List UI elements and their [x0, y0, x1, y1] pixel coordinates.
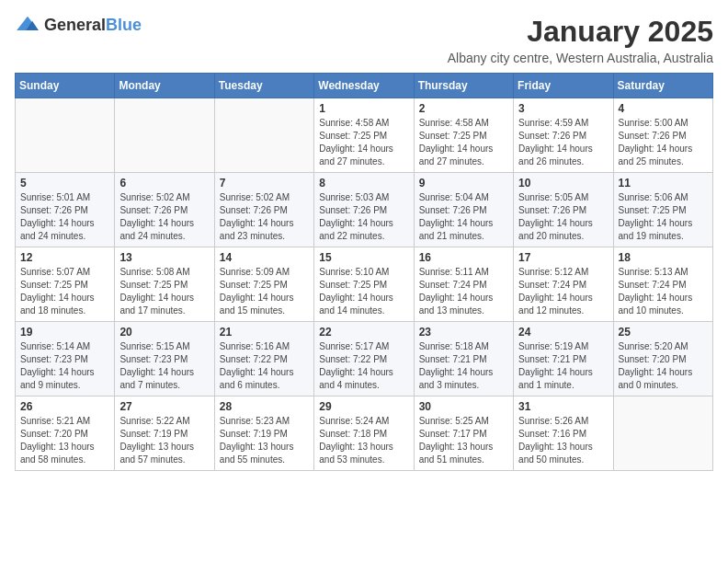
- day-number: 22: [319, 326, 408, 339]
- day-number: 13: [119, 251, 209, 264]
- day-number: 26: [20, 400, 109, 413]
- day-info: Sunrise: 5:22 AMSunset: 7:19 PMDaylight:…: [119, 415, 209, 466]
- day-info: Sunrise: 5:15 AMSunset: 7:23 PMDaylight:…: [119, 340, 209, 392]
- weekday-header-sunday: Sunday: [16, 74, 115, 98]
- calendar-cell: 20Sunrise: 5:15 AMSunset: 7:23 PMDayligh…: [115, 322, 214, 396]
- day-info: Sunrise: 5:08 AMSunset: 7:25 PMDaylight:…: [119, 266, 209, 317]
- calendar-cell: 18Sunrise: 5:13 AMSunset: 7:24 PMDayligh…: [613, 247, 712, 322]
- logo-icon: [15, 15, 40, 35]
- day-number: 24: [518, 326, 608, 339]
- weekday-header-monday: Monday: [115, 74, 214, 98]
- day-info: Sunrise: 5:05 AMSunset: 7:26 PMDaylight:…: [518, 191, 608, 243]
- day-info: Sunrise: 5:12 AMSunset: 7:24 PMDaylight:…: [518, 266, 608, 317]
- day-info: Sunrise: 5:18 AMSunset: 7:21 PMDaylight:…: [419, 340, 508, 392]
- calendar-cell: [613, 396, 712, 471]
- day-info: Sunrise: 5:07 AMSunset: 7:25 PMDaylight:…: [20, 266, 109, 317]
- day-number: 14: [220, 251, 309, 264]
- day-number: 4: [619, 102, 708, 115]
- calendar-cell: [16, 98, 115, 173]
- page-header: GeneralBlue January 2025 Albany city cen…: [15, 15, 713, 65]
- calendar-cell: 13Sunrise: 5:08 AMSunset: 7:25 PMDayligh…: [115, 247, 214, 322]
- calendar-cell: 14Sunrise: 5:09 AMSunset: 7:25 PMDayligh…: [214, 247, 313, 322]
- day-number: 25: [619, 326, 708, 339]
- calendar-cell: 2Sunrise: 4:58 AMSunset: 7:25 PMDaylight…: [414, 98, 513, 173]
- location-title: Albany city centre, Western Australia, A…: [448, 51, 713, 65]
- calendar-cell: 27Sunrise: 5:22 AMSunset: 7:19 PMDayligh…: [115, 396, 214, 471]
- day-info: Sunrise: 5:17 AMSunset: 7:22 PMDaylight:…: [319, 340, 408, 392]
- day-info: Sunrise: 5:20 AMSunset: 7:20 PMDaylight:…: [619, 340, 708, 392]
- day-info: Sunrise: 4:58 AMSunset: 7:25 PMDaylight:…: [319, 117, 408, 168]
- day-number: 6: [119, 177, 209, 190]
- calendar-cell: 11Sunrise: 5:06 AMSunset: 7:25 PMDayligh…: [613, 173, 712, 247]
- calendar-cell: 30Sunrise: 5:25 AMSunset: 7:17 PMDayligh…: [414, 396, 513, 471]
- logo-blue: Blue: [106, 16, 142, 34]
- day-info: Sunrise: 5:02 AMSunset: 7:26 PMDaylight:…: [119, 191, 209, 243]
- calendar-cell: 1Sunrise: 4:58 AMSunset: 7:25 PMDaylight…: [314, 98, 414, 173]
- calendar-cell: 24Sunrise: 5:19 AMSunset: 7:21 PMDayligh…: [514, 322, 613, 396]
- calendar-cell: 9Sunrise: 5:04 AMSunset: 7:26 PMDaylight…: [414, 173, 513, 247]
- day-info: Sunrise: 5:02 AMSunset: 7:26 PMDaylight:…: [220, 191, 309, 243]
- calendar-cell: 21Sunrise: 5:16 AMSunset: 7:22 PMDayligh…: [214, 322, 313, 396]
- calendar-cell: 10Sunrise: 5:05 AMSunset: 7:26 PMDayligh…: [514, 173, 613, 247]
- day-number: 23: [419, 326, 508, 339]
- day-number: 20: [119, 326, 209, 339]
- weekday-header-saturday: Saturday: [613, 74, 712, 98]
- weekday-header-row: SundayMondayTuesdayWednesdayThursdayFrid…: [16, 74, 713, 98]
- day-number: 28: [220, 400, 309, 413]
- day-number: 30: [419, 400, 508, 413]
- day-info: Sunrise: 5:10 AMSunset: 7:25 PMDaylight:…: [319, 266, 408, 317]
- calendar-cell: [214, 98, 313, 173]
- day-number: 11: [619, 177, 708, 190]
- calendar-cell: 29Sunrise: 5:24 AMSunset: 7:18 PMDayligh…: [314, 396, 414, 471]
- day-info: Sunrise: 5:25 AMSunset: 7:17 PMDaylight:…: [419, 415, 508, 466]
- day-number: 16: [419, 251, 508, 264]
- day-info: Sunrise: 5:04 AMSunset: 7:26 PMDaylight:…: [419, 191, 508, 243]
- day-number: 5: [20, 177, 109, 190]
- weekday-header-wednesday: Wednesday: [314, 74, 414, 98]
- day-info: Sunrise: 5:14 AMSunset: 7:23 PMDaylight:…: [20, 340, 109, 392]
- day-number: 12: [20, 251, 109, 264]
- day-number: 19: [20, 326, 109, 339]
- calendar-cell: 3Sunrise: 4:59 AMSunset: 7:26 PMDaylight…: [514, 98, 613, 173]
- day-info: Sunrise: 5:06 AMSunset: 7:25 PMDaylight:…: [619, 191, 708, 243]
- calendar-cell: 25Sunrise: 5:20 AMSunset: 7:20 PMDayligh…: [613, 322, 712, 396]
- logo-general: General: [44, 16, 106, 34]
- month-title: January 2025: [448, 15, 713, 49]
- day-info: Sunrise: 5:19 AMSunset: 7:21 PMDaylight:…: [518, 340, 608, 392]
- calendar-week-row: 12Sunrise: 5:07 AMSunset: 7:25 PMDayligh…: [16, 247, 713, 322]
- calendar-week-row: 1Sunrise: 4:58 AMSunset: 7:25 PMDaylight…: [16, 98, 713, 173]
- calendar-week-row: 5Sunrise: 5:01 AMSunset: 7:26 PMDaylight…: [16, 173, 713, 247]
- calendar-cell: 22Sunrise: 5:17 AMSunset: 7:22 PMDayligh…: [314, 322, 414, 396]
- calendar-cell: 23Sunrise: 5:18 AMSunset: 7:21 PMDayligh…: [414, 322, 513, 396]
- day-info: Sunrise: 4:59 AMSunset: 7:26 PMDaylight:…: [518, 117, 608, 168]
- calendar-cell: 17Sunrise: 5:12 AMSunset: 7:24 PMDayligh…: [514, 247, 613, 322]
- day-number: 7: [220, 177, 309, 190]
- day-number: 3: [518, 102, 608, 115]
- calendar-cell: 26Sunrise: 5:21 AMSunset: 7:20 PMDayligh…: [16, 396, 115, 471]
- day-number: 2: [419, 102, 508, 115]
- weekday-header-friday: Friday: [514, 74, 613, 98]
- calendar-table: SundayMondayTuesdayWednesdayThursdayFrid…: [15, 73, 713, 471]
- day-info: Sunrise: 5:21 AMSunset: 7:20 PMDaylight:…: [20, 415, 109, 466]
- calendar-week-row: 19Sunrise: 5:14 AMSunset: 7:23 PMDayligh…: [16, 322, 713, 396]
- day-info: Sunrise: 5:00 AMSunset: 7:26 PMDaylight:…: [619, 117, 708, 168]
- day-number: 9: [419, 177, 508, 190]
- day-info: Sunrise: 5:24 AMSunset: 7:18 PMDaylight:…: [319, 415, 408, 466]
- calendar-week-row: 26Sunrise: 5:21 AMSunset: 7:20 PMDayligh…: [16, 396, 713, 471]
- day-number: 15: [319, 251, 408, 264]
- day-number: 18: [619, 251, 708, 264]
- day-number: 21: [220, 326, 309, 339]
- day-info: Sunrise: 5:03 AMSunset: 7:26 PMDaylight:…: [319, 191, 408, 243]
- day-number: 17: [518, 251, 608, 264]
- day-number: 1: [319, 102, 408, 115]
- logo: GeneralBlue: [15, 15, 142, 35]
- weekday-header-thursday: Thursday: [414, 74, 513, 98]
- calendar-cell: 16Sunrise: 5:11 AMSunset: 7:24 PMDayligh…: [414, 247, 513, 322]
- calendar-cell: 31Sunrise: 5:26 AMSunset: 7:16 PMDayligh…: [514, 396, 613, 471]
- calendar-cell: 28Sunrise: 5:23 AMSunset: 7:19 PMDayligh…: [214, 396, 313, 471]
- weekday-header-tuesday: Tuesday: [214, 74, 313, 98]
- day-number: 29: [319, 400, 408, 413]
- day-info: Sunrise: 5:23 AMSunset: 7:19 PMDaylight:…: [220, 415, 309, 466]
- day-info: Sunrise: 5:26 AMSunset: 7:16 PMDaylight:…: [518, 415, 608, 466]
- calendar-cell: 8Sunrise: 5:03 AMSunset: 7:26 PMDaylight…: [314, 173, 414, 247]
